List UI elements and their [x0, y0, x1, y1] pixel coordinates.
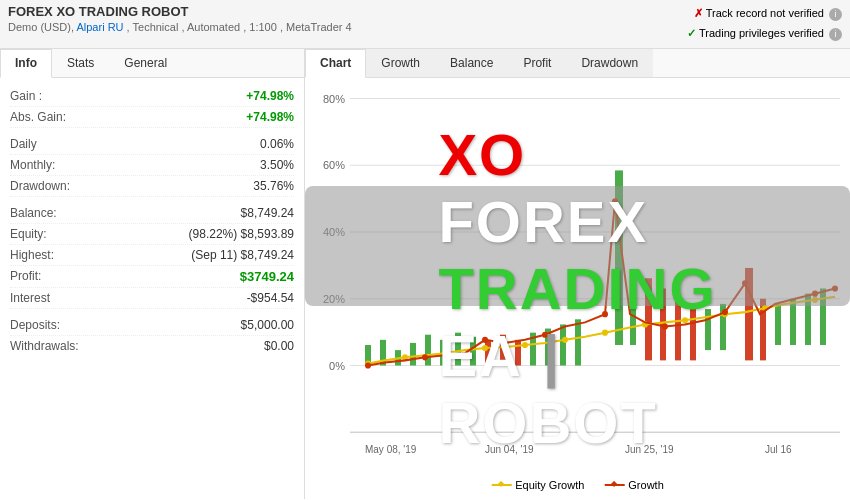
svg-point-48 — [522, 341, 528, 347]
svg-point-50 — [602, 329, 608, 335]
svg-rect-21 — [455, 332, 461, 365]
svg-point-63 — [722, 309, 728, 315]
svg-rect-29 — [575, 319, 581, 365]
svg-point-56 — [365, 362, 371, 368]
info-row-monthly: Monthly: 3.50% — [10, 155, 294, 176]
trading-privileges-info-icon[interactable]: i — [829, 28, 842, 41]
tab-stats[interactable]: Stats — [52, 49, 109, 77]
interest-value: -$954.54 — [247, 291, 294, 305]
profit-label: Profit: — [10, 269, 41, 284]
legend-growth: Growth — [604, 479, 663, 491]
gain-label: Gain : — [10, 89, 42, 103]
chart-tab-drawdown[interactable]: Drawdown — [566, 49, 653, 77]
x-icon: ✗ — [694, 7, 703, 19]
chart-tab-profit[interactable]: Profit — [508, 49, 566, 77]
info-row-gain: Gain : +74.98% — [10, 86, 294, 107]
left-panel: Info Stats General Gain : +74.98% Abs. G… — [0, 49, 305, 499]
trading-privileges-status: ✓ Trading privileges verified i — [687, 24, 842, 44]
svg-point-60 — [602, 311, 608, 317]
svg-point-49 — [562, 336, 568, 342]
drawdown-label: Drawdown: — [10, 179, 70, 193]
svg-rect-19 — [425, 334, 431, 365]
svg-rect-25 — [515, 339, 521, 365]
info-row-withdrawals: Withdrawals: $0.00 — [10, 336, 294, 356]
drawdown-value: 35.76% — [253, 179, 294, 193]
svg-rect-18 — [410, 343, 416, 366]
chart-tab-chart[interactable]: Chart — [305, 49, 366, 78]
info-row-drawdown: Drawdown: 35.76% — [10, 176, 294, 197]
svg-text:Jun 04, '19: Jun 04, '19 — [485, 443, 534, 454]
daily-value: 0.06% — [260, 137, 294, 151]
gain-value: +74.98% — [246, 89, 294, 103]
highest-value: (Sep 11) $8,749.24 — [191, 248, 294, 262]
tab-info[interactable]: Info — [0, 49, 52, 78]
svg-text:0%: 0% — [329, 359, 345, 371]
monthly-value: 3.50% — [260, 158, 294, 172]
abs-gain-label: Abs. Gain: — [10, 110, 66, 124]
svg-rect-23 — [485, 339, 491, 365]
monthly-label: Monthly: — [10, 158, 55, 172]
growth-label: Growth — [628, 479, 663, 491]
info-panel: Gain : +74.98% Abs. Gain: +74.98% Daily … — [0, 78, 304, 364]
deposits-value: $5,000.00 — [241, 318, 294, 332]
svg-text:Jun 25, '19: Jun 25, '19 — [625, 443, 674, 454]
watermark-background — [305, 186, 850, 306]
check-icon: ✓ — [687, 27, 696, 39]
page-title: FOREX XO TRADING ROBOT — [8, 4, 352, 19]
chart-legend: Equity Growth Growth — [491, 479, 664, 491]
legend-equity-growth: Equity Growth — [491, 479, 584, 491]
chart-area: 80% 60% 40% 20% 0% May 08, '19 Jun 04, '… — [305, 78, 850, 499]
info-row-balance: Balance: $8,749.24 — [10, 203, 294, 224]
track-record-status: ✗ Track record not verified i — [687, 4, 842, 24]
equity-growth-line-icon — [491, 484, 511, 486]
svg-text:May 08, '19: May 08, '19 — [365, 443, 417, 454]
svg-rect-24 — [500, 334, 506, 365]
equity-growth-label: Equity Growth — [515, 479, 584, 491]
equity-label: Equity: — [10, 227, 47, 241]
chart-tabs: Chart Growth Balance Profit Drawdown — [305, 49, 850, 78]
svg-point-58 — [482, 336, 488, 342]
left-tabs: Info Stats General — [0, 49, 304, 78]
withdrawals-value: $0.00 — [264, 339, 294, 353]
abs-gain-value: +74.98% — [246, 110, 294, 124]
info-row-equity: Equity: (98.22%) $8,593.89 — [10, 224, 294, 245]
tab-general[interactable]: General — [109, 49, 182, 77]
balance-value: $8,749.24 — [241, 206, 294, 220]
svg-point-47 — [482, 345, 488, 351]
info-row-profit: Profit: $3749.24 — [10, 266, 294, 288]
info-row-daily: Daily 0.06% — [10, 134, 294, 155]
svg-text:80%: 80% — [323, 92, 345, 104]
svg-rect-35 — [690, 303, 696, 359]
broker-link[interactable]: Alpari RU — [76, 21, 123, 33]
deposits-label: Deposits: — [10, 318, 60, 332]
header-left: FOREX XO TRADING ROBOT Demo (USD), Alpar… — [8, 4, 352, 33]
svg-point-59 — [542, 331, 548, 337]
header-right: ✗ Track record not verified i ✓ Trading … — [687, 4, 842, 44]
svg-rect-36 — [705, 309, 711, 350]
highest-label: Highest: — [10, 248, 54, 262]
track-record-info-icon[interactable]: i — [829, 8, 842, 21]
svg-rect-40 — [775, 303, 781, 344]
main-content: Info Stats General Gain : +74.98% Abs. G… — [0, 49, 850, 499]
daily-label: Daily — [10, 137, 37, 151]
svg-point-62 — [662, 323, 668, 329]
profit-value: $3749.24 — [240, 269, 294, 284]
right-panel: Chart Growth Balance Profit Drawdown 80%… — [305, 49, 850, 499]
svg-rect-28 — [560, 324, 566, 365]
page-subtitle: Demo (USD), Alpari RU , Technical , Auto… — [8, 21, 352, 33]
chart-tab-growth[interactable]: Growth — [366, 49, 435, 77]
interest-label: Interest — [10, 291, 50, 305]
svg-point-52 — [682, 317, 688, 323]
svg-text:Jul 16: Jul 16 — [765, 443, 792, 454]
info-row-highest: Highest: (Sep 11) $8,749.24 — [10, 245, 294, 266]
svg-rect-34 — [675, 298, 681, 360]
info-row-interest: Interest -$954.54 — [10, 288, 294, 309]
svg-text:60%: 60% — [323, 159, 345, 171]
svg-point-57 — [422, 354, 428, 360]
balance-label: Balance: — [10, 206, 57, 220]
chart-tab-balance[interactable]: Balance — [435, 49, 508, 77]
equity-value: (98.22%) $8,593.89 — [189, 227, 294, 241]
info-row-deposits: Deposits: $5,000.00 — [10, 315, 294, 336]
growth-line-icon — [604, 484, 624, 486]
info-row-abs-gain: Abs. Gain: +74.98% — [10, 107, 294, 128]
